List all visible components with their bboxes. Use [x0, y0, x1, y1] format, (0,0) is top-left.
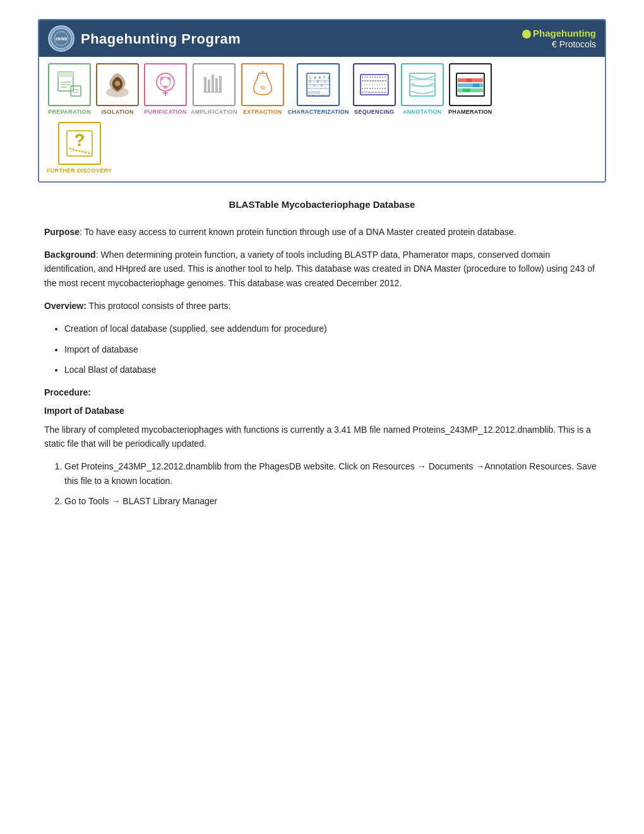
protocol-isolation[interactable]: ISOLATION	[95, 63, 140, 117]
svg-rect-22	[215, 78, 218, 92]
main-content: BLASTable Mycobacteriophage Database Pur…	[38, 198, 606, 509]
preparation-label: PREPARATION	[48, 108, 90, 117]
step-1: Get Proteins_243MP_12.2012.dnamblib from…	[64, 459, 600, 488]
banner: HHMI Phagehunting Program Phagehunting €…	[38, 19, 606, 183]
protocol-preparation[interactable]: PREPARATION	[47, 63, 92, 117]
preparation-icon-box	[48, 63, 91, 106]
bullet-item-1: Creation of local database (supplied, se…	[64, 322, 600, 335]
svg-point-17	[164, 85, 167, 89]
ph-dot-icon	[522, 30, 531, 39]
extraction-icon-box	[241, 63, 284, 106]
amplification-label: AMPLIFICATION	[191, 108, 237, 117]
procedure-heading: Procedure:	[44, 386, 600, 399]
page: HHMI Phagehunting Program Phagehunting €…	[0, 0, 644, 536]
overview-paragraph: Overview: This protocol consists of thre…	[44, 299, 600, 313]
svg-rect-20	[208, 80, 210, 92]
background-label: Background	[44, 250, 96, 260]
svg-point-16	[167, 76, 171, 80]
svg-text:?: ?	[74, 130, 85, 150]
bullet-item-3: Local Blast of database	[64, 363, 600, 377]
background-text: : When determining protein function, a v…	[44, 250, 595, 288]
protocol-sequencing[interactable]: SEQUENCING	[352, 63, 397, 117]
svg-point-15	[160, 76, 164, 80]
extraction-label: EXTRACTION	[243, 108, 282, 117]
purification-icon-box	[144, 63, 187, 106]
banner-title: Phagehunting Program	[81, 28, 241, 49]
svg-rect-19	[204, 77, 206, 92]
banner-header: HHMI Phagehunting Program Phagehunting €…	[39, 20, 605, 57]
sequencing-label: SEQUENCING	[354, 108, 395, 117]
characterization-label: CHARACTERIZATION	[288, 108, 349, 117]
protocol-icons-row2: ? FURTHER DISCOVERY	[39, 122, 605, 182]
import-text: The library of completed mycobacteriopha…	[44, 423, 600, 451]
step-2: Go to Tools → BLAST Library Manager	[64, 494, 600, 508]
characterization-icon-box: C A R T A C . H . C . G . U . CCCTTCCC G…	[297, 63, 340, 106]
svg-text:HHMI: HHMI	[56, 37, 67, 41]
protocol-amplification[interactable]: AMPLIFICATION	[191, 63, 237, 117]
annotation-label: ANNOTATION	[403, 108, 442, 117]
ph-bottom-label: € Protocols	[522, 39, 596, 50]
protocol-characterization[interactable]: C A R T A C . H . C . G . U . CCCTTCCC G…	[288, 63, 349, 117]
purpose-text: : To have easy access to current known p…	[80, 227, 516, 237]
background-paragraph: Background: When determining protein fun…	[44, 248, 600, 290]
purpose-label: Purpose	[44, 227, 80, 237]
svg-text:C A R T A: C A R T A	[309, 75, 330, 80]
protocol-icons-row1: PREPARATION ISOLATION	[39, 57, 605, 122]
svg-rect-4	[58, 72, 73, 77]
svg-rect-21	[212, 75, 214, 92]
protocol-annotation[interactable]: ANNOTATION	[400, 63, 445, 117]
isolation-label: ISOLATION	[101, 108, 133, 117]
bullet-item-2: Import of database	[64, 342, 600, 356]
protocol-further-discovery[interactable]: ? FURTHER DISCOVERY	[47, 122, 112, 176]
overview-text: This protocol consists of three parts:	[86, 301, 231, 311]
phagehunting-protocols-logo: Phagehunting € Protocols	[522, 28, 596, 50]
university-logo: HHMI	[48, 25, 75, 52]
svg-text:GTCAGCGTAACGC: GTCAGCGTAACGC	[307, 94, 330, 97]
svg-rect-48	[467, 78, 472, 82]
purification-label: PURIFICATION	[145, 108, 187, 117]
protocol-phameration[interactable]: PHAMERATION	[448, 63, 493, 117]
svg-rect-50	[463, 88, 470, 92]
protocol-extraction[interactable]: EXTRACTION	[240, 63, 285, 117]
page-title: BLASTable Mycobacteriophage Database	[44, 198, 600, 212]
svg-rect-23	[219, 76, 222, 92]
steps-list: Get Proteins_243MP_12.2012.dnamblib from…	[64, 459, 600, 508]
import-heading: Import of Database	[44, 404, 600, 418]
overview-label: Overview:	[44, 301, 86, 311]
protocol-purification[interactable]: PURIFICATION	[143, 63, 188, 117]
phameration-label: PHAMERATION	[448, 108, 492, 117]
amplification-icon-box	[193, 63, 236, 106]
ph-top-label: Phagehunting	[522, 28, 596, 39]
further-icon-box: ?	[58, 122, 101, 165]
svg-rect-49	[473, 83, 479, 87]
bullet-list: Creation of local database (supplied, se…	[64, 322, 600, 377]
isolation-icon-box	[96, 63, 139, 106]
svg-text:. G . U .: . G . U .	[309, 83, 326, 87]
purpose-paragraph: Purpose: To have easy access to current …	[44, 225, 600, 239]
annotation-icon-box	[401, 63, 444, 106]
phameration-icon-box	[449, 63, 492, 106]
svg-point-12	[115, 81, 120, 86]
banner-logo-area: HHMI Phagehunting Program	[48, 25, 241, 52]
sequencing-icon-box	[353, 63, 396, 106]
further-label: FURTHER DISCOVERY	[47, 167, 112, 176]
